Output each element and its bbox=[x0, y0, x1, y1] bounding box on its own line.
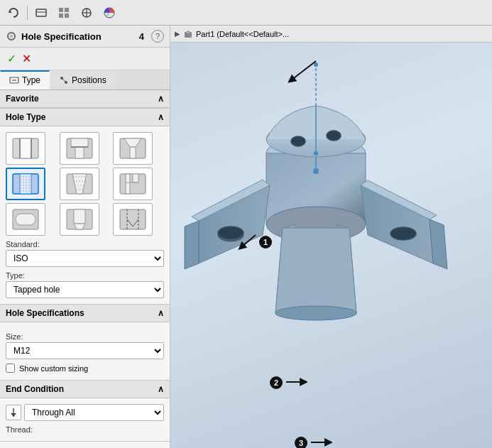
end-condition-content: Through All Thread: bbox=[0, 398, 170, 441]
hole-specs-header[interactable]: Hole Specifications ∧ bbox=[0, 305, 170, 322]
svg-point-74 bbox=[314, 151, 318, 155]
part-3d-visual bbox=[177, 43, 483, 448]
svg-point-66 bbox=[218, 226, 244, 239]
svg-marker-58 bbox=[11, 413, 16, 417]
hole-type-countersink[interactable] bbox=[113, 132, 153, 165]
help-button[interactable]: ? bbox=[151, 30, 164, 43]
accept-button[interactable]: ✓ bbox=[6, 50, 18, 67]
hole-specs-content: Size: M12 Show custom sizing bbox=[0, 322, 170, 380]
favorite-title: Favorite bbox=[6, 94, 39, 104]
svg-rect-1 bbox=[36, 9, 46, 16]
hole-type-legacy[interactable] bbox=[113, 168, 153, 200]
custom-sizing-label: Show custom sizing bbox=[19, 364, 88, 373]
hole-type-tapped[interactable] bbox=[6, 168, 45, 200]
svg-rect-5 bbox=[59, 13, 63, 18]
through-all-icon bbox=[9, 408, 18, 417]
hole-specs-collapse-icon: ∧ bbox=[158, 308, 164, 318]
viewport: ▶ Part1 (Default<<Default>... bbox=[170, 26, 492, 448]
hole-type-content: Standard: ISO Type: Tapped hole bbox=[0, 126, 170, 304]
sketch-button[interactable] bbox=[31, 3, 52, 23]
hole-specs-title: Hole Specifications bbox=[6, 308, 84, 318]
svg-point-69 bbox=[291, 136, 305, 146]
svg-point-68 bbox=[275, 306, 356, 320]
panel-scroll: Favorite ∧ Hole Type ∧ bbox=[0, 90, 170, 448]
svg-rect-6 bbox=[65, 13, 69, 18]
divider-1 bbox=[27, 6, 28, 20]
type-dropdown[interactable]: Tapped hole bbox=[6, 281, 164, 298]
panel-title: Hole Specification bbox=[21, 31, 135, 42]
svg-rect-23 bbox=[71, 138, 88, 147]
svg-rect-44 bbox=[126, 174, 130, 194]
hole-type-grid-row3 bbox=[6, 203, 164, 236]
hole-type-simple[interactable] bbox=[6, 132, 45, 165]
svg-rect-28 bbox=[130, 147, 136, 158]
end-condition-icon-btn[interactable] bbox=[6, 405, 21, 420]
svg-rect-3 bbox=[59, 8, 63, 12]
model-bar: ▶ Part1 (Default<<Default>... bbox=[170, 26, 492, 43]
features-button[interactable] bbox=[53, 3, 75, 23]
hole-type-slot2[interactable] bbox=[60, 203, 99, 236]
cancel-button[interactable]: ✕ bbox=[21, 50, 33, 67]
size-row: M12 bbox=[6, 342, 164, 359]
favorite-header[interactable]: Favorite ∧ bbox=[0, 90, 170, 108]
undo-button[interactable] bbox=[3, 3, 24, 23]
hole-type-grid-row1 bbox=[6, 132, 164, 165]
type-label: Type: bbox=[6, 271, 164, 280]
end-condition-header[interactable]: End Condition ∧ bbox=[0, 381, 170, 398]
svg-rect-48 bbox=[16, 214, 35, 225]
hole-type-custom[interactable] bbox=[113, 203, 153, 236]
svg-point-70 bbox=[327, 131, 341, 141]
hole-type-section: Hole Type ∧ bbox=[0, 109, 170, 305]
svg-point-12 bbox=[10, 35, 13, 38]
hole-type-grid-row2 bbox=[6, 168, 164, 200]
end-condition-title: End Condition bbox=[6, 384, 64, 394]
svg-rect-24 bbox=[75, 147, 84, 158]
standard-label: Standard: bbox=[6, 240, 164, 248]
tab-positions[interactable]: Positions bbox=[50, 70, 116, 89]
standard-dropdown[interactable]: ISO bbox=[6, 250, 164, 267]
panel-tabs: Type Positions bbox=[0, 70, 170, 90]
hole-spec-icon bbox=[6, 31, 17, 42]
svg-point-73 bbox=[314, 62, 318, 67]
svg-rect-50 bbox=[74, 209, 85, 224]
size-label: Size: bbox=[6, 332, 164, 341]
tab-type[interactable]: Type bbox=[0, 70, 50, 89]
model-bar-text: Part1 (Default<<Default>... bbox=[196, 30, 289, 38]
colorize-button[interactable] bbox=[99, 3, 120, 23]
hole-type-title: Hole Type bbox=[6, 112, 45, 122]
favorite-collapse-icon: ∧ bbox=[158, 94, 164, 104]
hole-type-slot[interactable] bbox=[6, 203, 45, 236]
end-condition-collapse-icon: ∧ bbox=[158, 384, 164, 394]
panel-actions: ✓ ✕ bbox=[0, 48, 170, 70]
svg-point-75 bbox=[313, 168, 319, 174]
size-dropdown[interactable]: M12 bbox=[6, 342, 164, 359]
hole-specs-section: Hole Specifications ∧ Size: M12 Show cus… bbox=[0, 305, 170, 381]
model-tree-triangle[interactable]: ▶ bbox=[175, 30, 180, 38]
svg-rect-60 bbox=[187, 31, 190, 33]
hole-type-header[interactable]: Hole Type ∧ bbox=[0, 109, 170, 126]
reference-button[interactable] bbox=[76, 3, 97, 23]
svg-line-17 bbox=[62, 78, 66, 82]
custom-sizing-row: Show custom sizing bbox=[6, 359, 164, 374]
favorite-section: Favorite ∧ bbox=[0, 90, 170, 109]
hole-type-tapered-tapped[interactable] bbox=[60, 168, 99, 200]
custom-sizing-checkbox[interactable] bbox=[6, 364, 15, 373]
panel-header: Hole Specification 4 ? bbox=[0, 26, 170, 48]
part-icon bbox=[183, 29, 193, 39]
end-condition-row: Through All bbox=[6, 404, 164, 421]
hole-type-collapse-icon: ∧ bbox=[158, 112, 164, 122]
svg-rect-4 bbox=[65, 8, 69, 12]
thread-label: Thread: bbox=[6, 425, 164, 434]
end-condition-dropdown[interactable]: Through All bbox=[24, 404, 164, 421]
svg-point-67 bbox=[390, 227, 416, 240]
type-tab-icon bbox=[9, 75, 19, 85]
tab-positions-label: Positions bbox=[72, 75, 106, 85]
callout-4-badge: 4 bbox=[139, 31, 144, 42]
positions-tab-icon bbox=[59, 75, 69, 85]
main-toolbar bbox=[0, 0, 492, 26]
end-condition-section: End Condition ∧ Through All Thread: bbox=[0, 381, 170, 442]
svg-rect-19 bbox=[20, 138, 31, 158]
main-area: Hole Specification 4 ? ✓ ✕ Type Position… bbox=[0, 26, 492, 448]
hole-type-counterbore[interactable] bbox=[60, 132, 99, 165]
left-panel: Hole Specification 4 ? ✓ ✕ Type Position… bbox=[0, 26, 170, 448]
